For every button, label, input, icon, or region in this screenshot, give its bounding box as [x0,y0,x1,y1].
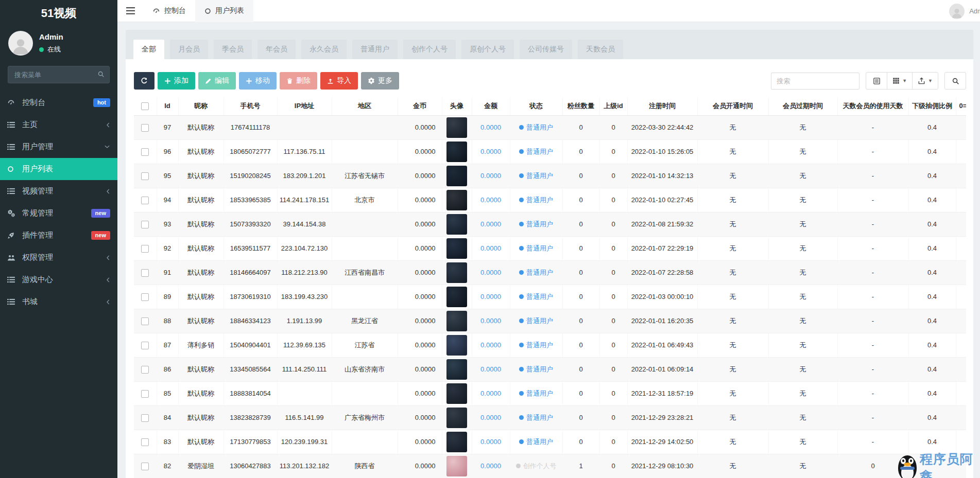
filter-tab-永久会员[interactable]: 永久会员 [301,40,347,59]
chevron-left-icon [106,277,110,283]
filter-tab-月会员[interactable]: 月会员 [170,40,208,59]
cell-ip [277,115,332,139]
user-avatar [446,238,467,259]
user-avatar [446,262,467,283]
topbar-user[interactable]: Admin [949,0,980,22]
row-checkbox[interactable] [141,124,149,132]
filter-tab-公司传媒号[interactable]: 公司传媒号 [520,40,572,59]
filter-tab-全部[interactable]: 全部 [133,40,164,59]
topbar-tab-控制台[interactable]: 控制台 [143,0,195,22]
filter-tab-普通用户[interactable]: 普通用户 [352,40,398,59]
sidebar-item-书城[interactable]: 书城 [0,291,117,313]
filter-tab-创作个人号[interactable]: 创作个人号 [403,40,456,59]
cell-id: 94 [157,188,178,212]
status-dot-icon [519,415,524,420]
row-checkbox[interactable] [141,245,149,253]
amount-link[interactable]: 0.0000 [480,123,501,131]
amount-link[interactable]: 0.0000 [480,244,501,252]
move-button[interactable]: 移动 [239,72,277,90]
amount-link[interactable]: 0.0000 [480,269,501,276]
amount-link[interactable]: 0.0000 [480,172,501,180]
cell-vip-expire: 无 [768,164,837,188]
advanced-search-button[interactable] [944,72,966,90]
brand-title: 51视频 [0,0,117,27]
row-checkbox[interactable] [141,317,149,325]
status-badge: 普通用户 [519,196,553,205]
cell-actions [956,309,966,333]
cell-id: 97 [157,115,178,139]
status-badge: 普通用户 [519,220,553,229]
filter-tab-季会员[interactable]: 季会员 [214,40,252,59]
more-button[interactable]: 更多 [361,72,399,90]
cell-region: 江苏省 [332,333,398,357]
delete-button[interactable]: 删除 [280,72,317,90]
sidebar-item-用户列表[interactable]: 用户列表 [0,158,117,180]
cell-fans: 0 [562,285,599,309]
filter-tab-原创个人号[interactable]: 原创个人号 [461,40,514,59]
sidebar-item-游戏中心[interactable]: 游戏中心 [0,269,117,291]
table-search-input[interactable] [771,73,859,90]
amount-link[interactable]: 0.0000 [480,148,501,155]
amount-link[interactable]: 0.0000 [480,390,501,397]
row-checkbox[interactable] [141,148,149,156]
row-checkbox[interactable] [141,269,149,277]
hamburger-menu-icon[interactable] [117,0,143,22]
edit-button[interactable]: 编辑 [198,72,236,90]
amount-link[interactable]: 0.0000 [480,414,501,421]
add-button[interactable]: 添加 [158,72,195,90]
cell-actions [956,236,966,260]
sidebar-item-控制台[interactable]: 控制台hot [0,92,117,114]
columns-view-button[interactable]: ▼ [887,72,913,90]
chevron-left-icon [106,299,110,305]
users-icon [7,254,18,262]
cell-ratio: 0.4 [908,405,956,430]
row-checkbox[interactable] [141,463,149,470]
row-checkbox[interactable] [141,390,149,398]
row-checkbox[interactable] [141,197,149,204]
sidebar-item-视频管理[interactable]: 视频管理 [0,180,117,202]
filter-tab-天数会员[interactable]: 天数会员 [578,40,623,59]
topbar-tab-用户列表[interactable]: 用户列表 [195,0,253,22]
online-status: 在线 [39,45,63,54]
cell-nickname: 默认昵称 [178,260,223,285]
amount-link[interactable]: 0.0000 [480,220,501,228]
sidebar-item-插件管理[interactable]: 插件管理new [0,224,117,246]
sidebar-item-权限管理[interactable]: 权限管理 [0,246,117,269]
column-昵称: 昵称 [178,97,223,115]
row-checkbox[interactable] [141,221,149,228]
column-天数会员的使用天数: 天数会员的使用天数 [837,97,908,115]
amount-link[interactable]: 0.0000 [480,293,501,300]
row-checkbox[interactable] [141,172,149,180]
row-checkbox[interactable] [141,342,149,349]
list-icon [7,298,18,306]
column-会员开通时间: 会员开通时间 [697,97,768,115]
amount-link[interactable]: 0.0000 [480,462,501,470]
sidebar-item-主页[interactable]: 主页 [0,114,117,136]
filter-tab-年会员[interactable]: 年会员 [257,40,296,59]
detail-view-button[interactable] [866,72,887,90]
cell-status: 普通用户 [510,212,562,236]
amount-link[interactable]: 0.0000 [480,196,501,204]
select-all-checkbox[interactable] [141,102,149,110]
amount-link[interactable]: 0.0000 [480,365,501,373]
sidebar-item-常规管理[interactable]: 常规管理new [0,202,117,224]
sidebar-search-input[interactable] [8,66,110,83]
row-checkbox[interactable] [141,366,149,374]
row-checkbox[interactable] [141,414,149,422]
amount-link[interactable]: 0.0000 [480,341,501,349]
cell-id: 95 [157,164,178,188]
amount-link[interactable]: 0.0000 [480,438,501,446]
amount-link[interactable]: 0.0000 [480,317,501,325]
status-label: 普通用户 [526,316,553,326]
row-checkbox[interactable] [141,293,149,301]
sidebar-item-用户管理[interactable]: 用户管理 [0,136,117,158]
cell-status: 普通用户 [510,285,562,309]
import-button[interactable]: 导入 [320,72,358,90]
cell-amount: 0.0000 [472,357,510,381]
cell-amount: 0.0000 [472,139,510,164]
export-button[interactable]: ▼ [912,72,938,90]
cell-days-used: - [837,260,908,285]
row-checkbox[interactable] [141,438,149,446]
refresh-button[interactable] [134,72,154,90]
cell-region: 黑龙江省 [332,309,398,333]
